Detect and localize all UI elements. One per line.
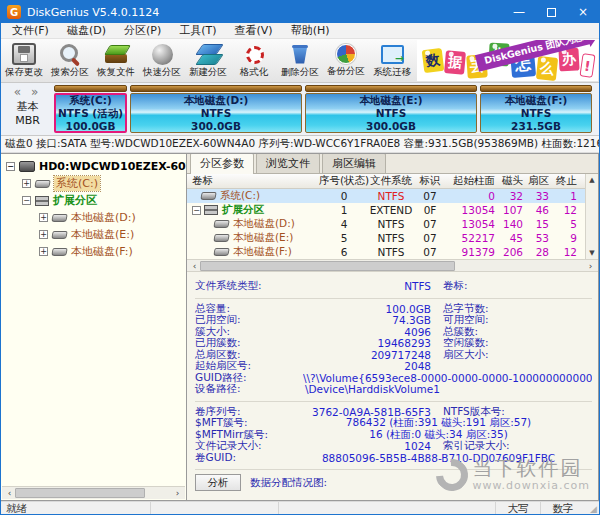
- analyze-button[interactable]: 分析: [195, 474, 241, 491]
- table-row[interactable]: 本地磁盘(E:) 5 NTFS 07 52217 45 53 9: [187, 231, 598, 245]
- row-volume-label: 本地磁盘(F:): [233, 245, 292, 259]
- detail-row: 文件系统类型: NTFS 卷标:: [195, 279, 592, 291]
- partition-size: 300.0GB: [366, 120, 416, 133]
- status-caps: 大写: [495, 502, 540, 515]
- partition-block[interactable]: 本地磁盘(F:) NTFS 231.5GB: [480, 85, 592, 133]
- toolbar-button-label: 系统迁移: [373, 66, 411, 79]
- partition-name: 系统(C:): [69, 94, 112, 107]
- tab[interactable]: 浏览文件: [256, 153, 320, 173]
- detail-row: 已用空间: 74.3GB 可用空间:: [195, 313, 592, 325]
- scroll-up-icon[interactable]: ▲: [589, 176, 594, 184]
- detail-value: NTFS: [303, 280, 431, 292]
- menu-item[interactable]: 帮助(H): [282, 23, 339, 38]
- tree-item[interactable]: − 扩展分区: [1, 192, 186, 209]
- tree-expander[interactable]: +: [39, 247, 48, 256]
- tree-expander[interactable]: +: [39, 230, 48, 239]
- partition-block[interactable]: 本地磁盘(E:) NTFS 300.0GB: [305, 85, 477, 133]
- scrollbar-thumb[interactable]: [15, 488, 145, 498]
- scroll-down-icon[interactable]: ▼: [589, 249, 594, 257]
- table-horizontal-scrollbar[interactable]: ‹ ›: [187, 259, 598, 272]
- drive-icon: [51, 231, 67, 239]
- partition-block[interactable]: 系统(C:) NTFS (活动) 100.0GB: [54, 85, 127, 133]
- toolbar-button[interactable]: 备份分区: [323, 39, 369, 82]
- table-row[interactable]: 系统(C:) 0 NTFS 07 0 32 33 1: [187, 189, 598, 203]
- allocation-map-label: 数据分配情况图:: [250, 476, 327, 490]
- scroll-right-icon[interactable]: ›: [585, 261, 596, 271]
- scroll-left-icon[interactable]: ‹: [189, 261, 200, 271]
- table-vertical-scrollbar[interactable]: ▲ ▼: [585, 174, 598, 259]
- partition-name: 本地磁盘(F:): [505, 94, 567, 107]
- table-header: 卷标 序号(状态) 文件系统 标识 起始柱面 磁头 扇区 终止: [187, 174, 598, 189]
- toolbar-button-label: 备份分区: [327, 65, 365, 78]
- partition-nav-arrows-icon[interactable]: « »: [14, 85, 42, 100]
- disk-icon: [19, 161, 35, 172]
- tab[interactable]: 分区参数: [190, 153, 254, 174]
- detail-row: 卷序列号: 3762-0A9A-581B-65F3 NTFS版本号:: [195, 405, 592, 417]
- detail-row: GUID路径: \\?\Volume{6593ece8-0000-0000-00…: [195, 371, 592, 383]
- partition-fs: NTFS: [201, 107, 232, 120]
- partition-block[interactable]: 本地磁盘(D:) NTFS 300.0GB: [130, 85, 302, 133]
- maximize-button[interactable]: [535, 1, 567, 23]
- drive-icon: [213, 234, 229, 242]
- detail-row: 已用簇数: 19468293 空闲簇数:: [195, 336, 592, 348]
- tree-expander[interactable]: −: [22, 196, 31, 205]
- toolbar-button-label: 删除分区: [281, 66, 319, 79]
- toolbar-button[interactable]: 新建分区: [185, 39, 231, 82]
- detail-row: 文件记录大小: 1024 索引记录大小:: [195, 439, 592, 451]
- app-logo-icon: G: [7, 5, 21, 19]
- table-row[interactable]: − 扩展分区 1 EXTEND 0F 13054 107 46 12: [187, 203, 598, 217]
- tree-item[interactable]: + 系统(C:): [1, 175, 186, 192]
- scroll-right-icon[interactable]: ›: [172, 488, 183, 498]
- toolbar-button[interactable]: 快速分区: [139, 39, 185, 82]
- partition-name: 本地磁盘(D:): [184, 94, 249, 107]
- toolbar-button[interactable]: 保存更改: [1, 39, 47, 82]
- tree-expander[interactable]: +: [39, 213, 48, 222]
- toolbar-button[interactable]: 格式化: [231, 39, 277, 82]
- tree-item[interactable]: + 本地磁盘(E:): [1, 226, 186, 243]
- toolbar-button[interactable]: 搜索分区: [47, 39, 93, 82]
- tab[interactable]: 扇区编辑: [322, 153, 386, 173]
- toolbar-button[interactable]: 恢复文件: [93, 39, 139, 82]
- disk-tree-panel: ‹ › − HD0:WDCWD10EZEX-60WN4A0(932G + 系统(…: [1, 153, 187, 501]
- partition-table-type: 基本: [17, 100, 39, 114]
- partition-size: 100.0GB: [66, 120, 116, 133]
- menu-item[interactable]: 查看(V): [226, 23, 282, 38]
- tree-expander[interactable]: −: [6, 162, 15, 171]
- scroll-left-icon[interactable]: ‹: [4, 488, 15, 498]
- new-partition-icon: [196, 43, 220, 65]
- tree-item[interactable]: + 本地磁盘(D:): [1, 209, 186, 226]
- toolbar-button[interactable]: 删除分区: [277, 39, 323, 82]
- partition-usage-strip: [305, 85, 477, 92]
- watermark-title: 当下软件园: [473, 457, 590, 479]
- detail-value: \Device\HarddiskVolume1: [303, 383, 592, 395]
- tree-item[interactable]: + 本地磁盘(F:): [1, 243, 186, 260]
- detail-row: $MFT簇号: 786432 (柱面:391 磁头:191 扇区:57): [195, 416, 592, 428]
- close-button[interactable]: ×: [567, 1, 599, 23]
- partition-icon: [35, 196, 49, 206]
- tree-item[interactable]: − HD0:WDCWD10EZEX-60WN4A0(932G: [1, 158, 186, 175]
- tree-horizontal-scrollbar[interactable]: ‹ ›: [2, 486, 185, 499]
- menu-item[interactable]: 分区(P): [115, 23, 170, 38]
- resize-grip-icon[interactable]: ◢: [585, 502, 599, 515]
- detail-label: 文件系统类型:: [195, 279, 303, 293]
- tree-item-label: HD0:WDCWD10EZEX-60WN4A0(932G: [39, 160, 187, 173]
- backup-partition-icon: [336, 44, 356, 64]
- tree-item-label: 本地磁盘(F:): [71, 244, 133, 259]
- drive-icon: [34, 180, 50, 188]
- table-row[interactable]: 本地磁盘(D:) 4 NTFS 07 13054 140 15 5: [187, 217, 598, 231]
- menu-item[interactable]: 磁盘(D): [58, 23, 115, 38]
- toolbar-button[interactable]: 系统迁移: [369, 39, 415, 82]
- tree-expander[interactable]: +: [22, 179, 31, 188]
- toolbar-button-label: 恢复文件: [97, 66, 135, 79]
- drive-icon: [213, 248, 229, 256]
- menu-item[interactable]: 文件(F): [3, 23, 58, 38]
- minimize-button[interactable]: —: [503, 1, 535, 23]
- menu-item[interactable]: 工具(T): [170, 23, 225, 38]
- scrollbar-thumb[interactable]: [200, 261, 455, 271]
- detail-label-right: 扇区大小:: [431, 348, 592, 362]
- row-expander[interactable]: −: [192, 206, 201, 215]
- detail-value: \\?\Volume{6593ece8-0000-0000-0000-10000…: [303, 372, 592, 384]
- table-row[interactable]: 本地磁盘(F:) 6 NTFS 07 91379 206 28 12: [187, 245, 598, 259]
- row-volume-label: 系统(C:): [220, 189, 260, 203]
- detail-row: $MFTMirr簇号: 16 (柱面:0 磁头:34 扇区:35): [195, 428, 592, 440]
